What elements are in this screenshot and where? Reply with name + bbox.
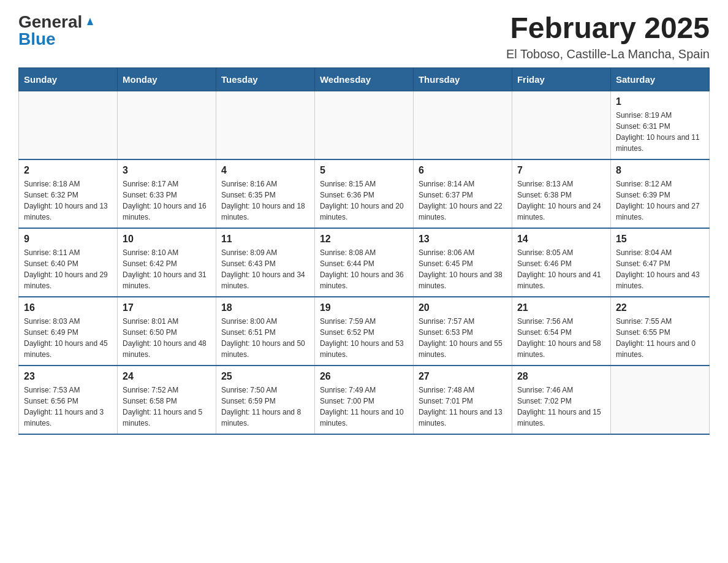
day-number: 5 — [320, 165, 408, 176]
header-wednesday: Wednesday — [314, 67, 413, 91]
calendar-cell: 17Sunrise: 8:01 AMSunset: 6:50 PMDayligh… — [117, 297, 216, 366]
day-number: 19 — [320, 302, 408, 313]
calendar-cell: 25Sunrise: 7:50 AMSunset: 6:59 PMDayligh… — [216, 366, 314, 434]
calendar-cell: 2Sunrise: 8:18 AMSunset: 6:32 PMDaylight… — [19, 159, 118, 228]
day-number: 16 — [24, 302, 112, 313]
day-info: Sunrise: 7:56 AMSunset: 6:54 PMDaylight:… — [517, 316, 605, 360]
calendar-cell: 23Sunrise: 7:53 AMSunset: 6:56 PMDayligh… — [19, 366, 118, 434]
calendar-cell: 27Sunrise: 7:48 AMSunset: 7:01 PMDayligh… — [413, 366, 512, 434]
day-number: 13 — [419, 234, 507, 245]
header-sunday: Sunday — [19, 67, 118, 91]
calendar-cell: 10Sunrise: 8:10 AMSunset: 6:42 PMDayligh… — [117, 228, 216, 297]
blue-text: Blue — [18, 29, 56, 49]
day-info: Sunrise: 8:17 AMSunset: 6:33 PMDaylight:… — [123, 178, 211, 223]
calendar-cell: 3Sunrise: 8:17 AMSunset: 6:33 PMDaylight… — [117, 159, 216, 228]
day-number: 27 — [419, 371, 507, 382]
day-number: 8 — [616, 165, 704, 176]
day-info: Sunrise: 8:14 AMSunset: 6:37 PMDaylight:… — [419, 178, 507, 223]
calendar-cell: 14Sunrise: 8:05 AMSunset: 6:46 PMDayligh… — [512, 228, 610, 297]
calendar-week-row: 1Sunrise: 8:19 AMSunset: 6:31 PMDaylight… — [19, 91, 710, 159]
header-tuesday: Tuesday — [216, 67, 314, 91]
calendar-cell — [19, 91, 118, 159]
day-number: 7 — [517, 165, 605, 176]
title-section: February 2025 El Toboso, Castille-La Man… — [506, 12, 710, 61]
weekday-header-row: Sunday Monday Tuesday Wednesday Thursday… — [19, 67, 710, 91]
calendar-cell: 7Sunrise: 8:13 AMSunset: 6:38 PMDaylight… — [512, 159, 610, 228]
day-info: Sunrise: 8:11 AMSunset: 6:40 PMDaylight:… — [24, 247, 112, 291]
calendar-body: 1Sunrise: 8:19 AMSunset: 6:31 PMDaylight… — [19, 91, 710, 434]
calendar-cell: 12Sunrise: 8:08 AMSunset: 6:44 PMDayligh… — [314, 228, 413, 297]
day-number: 23 — [24, 371, 112, 382]
day-info: Sunrise: 8:01 AMSunset: 6:50 PMDaylight:… — [123, 316, 211, 360]
day-info: Sunrise: 7:55 AMSunset: 6:55 PMDaylight:… — [616, 316, 704, 360]
calendar-cell: 16Sunrise: 8:03 AMSunset: 6:49 PMDayligh… — [19, 297, 118, 366]
day-number: 11 — [221, 234, 309, 245]
svg-marker-0 — [87, 18, 93, 25]
day-number: 10 — [123, 234, 211, 245]
day-number: 6 — [419, 165, 507, 176]
calendar-cell: 28Sunrise: 7:46 AMSunset: 7:02 PMDayligh… — [512, 366, 610, 434]
calendar-cell: 1Sunrise: 8:19 AMSunset: 6:31 PMDaylight… — [610, 91, 709, 159]
day-number: 25 — [221, 371, 309, 382]
calendar-week-row: 9Sunrise: 8:11 AMSunset: 6:40 PMDaylight… — [19, 228, 710, 297]
day-number: 9 — [24, 234, 112, 245]
calendar-week-row: 23Sunrise: 7:53 AMSunset: 6:56 PMDayligh… — [19, 366, 710, 434]
day-info: Sunrise: 8:08 AMSunset: 6:44 PMDaylight:… — [320, 247, 408, 291]
day-info: Sunrise: 8:16 AMSunset: 6:35 PMDaylight:… — [221, 178, 309, 223]
calendar-cell — [314, 91, 413, 159]
day-info: Sunrise: 8:18 AMSunset: 6:32 PMDaylight:… — [24, 178, 112, 223]
day-info: Sunrise: 8:06 AMSunset: 6:45 PMDaylight:… — [419, 247, 507, 291]
calendar-header: Sunday Monday Tuesday Wednesday Thursday… — [19, 67, 710, 91]
day-info: Sunrise: 8:05 AMSunset: 6:46 PMDaylight:… — [517, 247, 605, 291]
calendar-cell — [216, 91, 314, 159]
day-info: Sunrise: 8:19 AMSunset: 6:31 PMDaylight:… — [616, 110, 704, 154]
day-info: Sunrise: 7:59 AMSunset: 6:52 PMDaylight:… — [320, 316, 408, 360]
day-number: 24 — [123, 371, 211, 382]
day-number: 17 — [123, 302, 211, 313]
day-info: Sunrise: 7:52 AMSunset: 6:58 PMDaylight:… — [123, 385, 211, 429]
header-saturday: Saturday — [610, 67, 709, 91]
day-info: Sunrise: 7:50 AMSunset: 6:59 PMDaylight:… — [221, 385, 309, 429]
header-friday: Friday — [512, 67, 610, 91]
day-info: Sunrise: 7:57 AMSunset: 6:53 PMDaylight:… — [419, 316, 507, 360]
day-number: 18 — [221, 302, 309, 313]
day-info: Sunrise: 8:12 AMSunset: 6:39 PMDaylight:… — [616, 178, 704, 223]
calendar-cell: 13Sunrise: 8:06 AMSunset: 6:45 PMDayligh… — [413, 228, 512, 297]
calendar-cell: 6Sunrise: 8:14 AMSunset: 6:37 PMDaylight… — [413, 159, 512, 228]
day-number: 2 — [24, 165, 112, 176]
calendar-cell: 19Sunrise: 7:59 AMSunset: 6:52 PMDayligh… — [314, 297, 413, 366]
calendar-cell: 15Sunrise: 8:04 AMSunset: 6:47 PMDayligh… — [610, 228, 709, 297]
day-number: 12 — [320, 234, 408, 245]
day-info: Sunrise: 8:10 AMSunset: 6:42 PMDaylight:… — [123, 247, 211, 291]
day-number: 4 — [221, 165, 309, 176]
calendar-table: Sunday Monday Tuesday Wednesday Thursday… — [18, 67, 710, 435]
day-number: 28 — [517, 371, 605, 382]
calendar-week-row: 16Sunrise: 8:03 AMSunset: 6:49 PMDayligh… — [19, 297, 710, 366]
logo-triangle-icon — [83, 14, 97, 28]
calendar-cell — [413, 91, 512, 159]
calendar-cell: 26Sunrise: 7:49 AMSunset: 7:00 PMDayligh… — [314, 366, 413, 434]
calendar-cell: 22Sunrise: 7:55 AMSunset: 6:55 PMDayligh… — [610, 297, 709, 366]
calendar-cell: 4Sunrise: 8:16 AMSunset: 6:35 PMDaylight… — [216, 159, 314, 228]
day-info: Sunrise: 8:15 AMSunset: 6:36 PMDaylight:… — [320, 178, 408, 223]
calendar-cell: 18Sunrise: 8:00 AMSunset: 6:51 PMDayligh… — [216, 297, 314, 366]
calendar-cell: 9Sunrise: 8:11 AMSunset: 6:40 PMDaylight… — [19, 228, 118, 297]
month-title: February 2025 — [506, 12, 710, 45]
location-subtitle: El Toboso, Castille-La Mancha, Spain — [506, 47, 710, 61]
calendar-week-row: 2Sunrise: 8:18 AMSunset: 6:32 PMDaylight… — [19, 159, 710, 228]
day-number: 15 — [616, 234, 704, 245]
calendar-cell — [610, 366, 709, 434]
calendar-cell: 5Sunrise: 8:15 AMSunset: 6:36 PMDaylight… — [314, 159, 413, 228]
day-number: 1 — [616, 96, 704, 107]
day-info: Sunrise: 8:09 AMSunset: 6:43 PMDaylight:… — [221, 247, 309, 291]
day-info: Sunrise: 7:46 AMSunset: 7:02 PMDaylight:… — [517, 385, 605, 429]
day-info: Sunrise: 8:04 AMSunset: 6:47 PMDaylight:… — [616, 247, 704, 291]
calendar-cell: 8Sunrise: 8:12 AMSunset: 6:39 PMDaylight… — [610, 159, 709, 228]
day-number: 21 — [517, 302, 605, 313]
calendar-cell: 20Sunrise: 7:57 AMSunset: 6:53 PMDayligh… — [413, 297, 512, 366]
day-info: Sunrise: 8:03 AMSunset: 6:49 PMDaylight:… — [24, 316, 112, 360]
day-info: Sunrise: 8:13 AMSunset: 6:38 PMDaylight:… — [517, 178, 605, 223]
calendar-cell: 21Sunrise: 7:56 AMSunset: 6:54 PMDayligh… — [512, 297, 610, 366]
header-monday: Monday — [117, 67, 216, 91]
calendar-cell — [117, 91, 216, 159]
